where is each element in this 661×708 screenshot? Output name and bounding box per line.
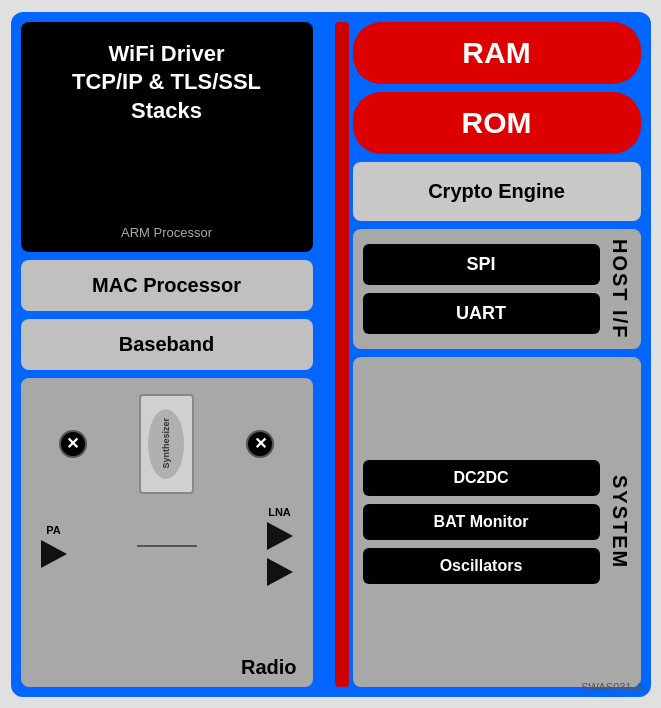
radio-label: Radio — [241, 656, 297, 679]
system-items: DC2DC BAT Monitor Oscillators — [363, 460, 600, 584]
radio-inner: ✕ Synthesizer ✕ PA — [29, 386, 305, 594]
oscillators-item: Oscillators — [363, 548, 600, 584]
vertical-separator — [335, 22, 349, 687]
left-column: WiFi Driver TCP/IP & TLS/SSL Stacks ARM … — [21, 22, 331, 687]
bat-monitor-label: BAT Monitor — [434, 513, 529, 531]
spi-label: SPI — [466, 254, 495, 275]
synthesizer-inner: Synthesizer — [148, 409, 184, 479]
spi-item: SPI — [363, 244, 600, 285]
synthesizer-label: Synthesizer — [161, 418, 171, 469]
connector-line — [137, 545, 197, 547]
ram-label: RAM — [462, 36, 530, 70]
arm-block: WiFi Driver TCP/IP & TLS/SSL Stacks ARM … — [21, 22, 313, 252]
lna-triangle2-icon — [267, 558, 293, 586]
system-title: SYSTEM — [608, 475, 631, 569]
rom-block: ROM — [353, 92, 641, 154]
lna-label: LNA — [268, 506, 291, 518]
watermark: SWAS031-A — [581, 681, 642, 693]
crypto-engine-label: Crypto Engine — [428, 180, 565, 203]
uart-item: UART — [363, 293, 600, 334]
lna-col: LNA — [267, 506, 293, 586]
host-if-block: SPI UART HOST I/F — [353, 229, 641, 349]
uart-label: UART — [456, 303, 506, 324]
rom-label: ROM — [462, 106, 532, 140]
baseband-block: Baseband — [21, 319, 313, 370]
main-diagram: WiFi Driver TCP/IP & TLS/SSL Stacks ARM … — [11, 12, 651, 697]
bat-monitor-item: BAT Monitor — [363, 504, 600, 540]
synthesizer-block: Synthesizer — [139, 394, 194, 494]
mac-processor-block: MAC Processor — [21, 260, 313, 311]
radio-top-row: ✕ Synthesizer ✕ — [33, 394, 301, 494]
baseband-label: Baseband — [119, 333, 215, 356]
crypto-engine-block: Crypto Engine — [353, 162, 641, 221]
wifi-driver-title: WiFi Driver — [37, 40, 297, 69]
pa-label: PA — [46, 524, 60, 536]
mixer-left-icon: ✕ — [59, 430, 87, 458]
host-if-title: HOST I/F — [608, 239, 631, 339]
radio-block: ✕ Synthesizer ✕ PA — [21, 378, 313, 687]
mixer-right-icon: ✕ — [246, 430, 274, 458]
right-column: RAM ROM Crypto Engine SPI UART — [353, 22, 641, 687]
oscillators-label: Oscillators — [440, 557, 523, 575]
pa-col: PA — [41, 524, 67, 568]
system-block: DC2DC BAT Monitor Oscillators SYSTEM — [353, 357, 641, 687]
dc2dc-item: DC2DC — [363, 460, 600, 496]
tcpip-title: TCP/IP & TLS/SSL — [37, 68, 297, 97]
pa-triangle-icon — [41, 540, 67, 568]
arm-processor-label: ARM Processor — [37, 225, 297, 240]
stacks-title: Stacks — [37, 97, 297, 126]
ram-block: RAM — [353, 22, 641, 84]
host-items: SPI UART — [363, 244, 600, 334]
mac-processor-label: MAC Processor — [92, 274, 241, 297]
lna-triangle-icon — [267, 522, 293, 550]
dc2dc-label: DC2DC — [453, 469, 508, 487]
